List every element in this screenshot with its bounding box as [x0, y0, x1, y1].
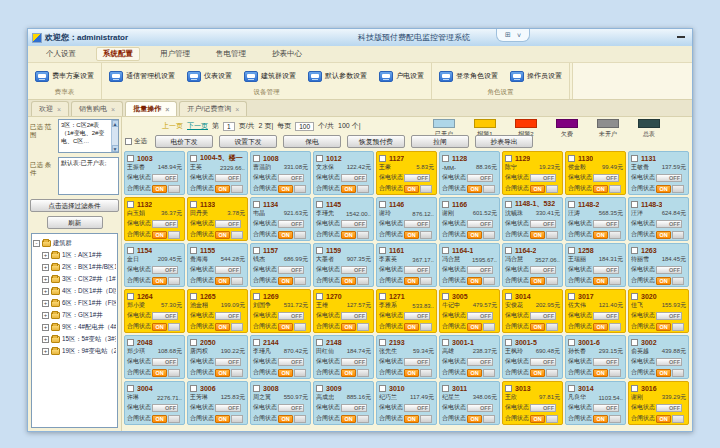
switch-on-toggle[interactable]: ON: [278, 369, 293, 377]
card-checkbox[interactable]: [379, 293, 386, 300]
switch-on-toggle[interactable]: ON: [215, 323, 230, 331]
ribbon-button[interactable]: 默认参数设置: [305, 69, 370, 84]
card-checkbox[interactable]: [379, 247, 386, 254]
switch-on-toggle[interactable]: ON: [593, 277, 608, 285]
card-checkbox[interactable]: [505, 155, 512, 162]
switch-on-toggle[interactable]: ON: [278, 185, 293, 193]
card-checkbox[interactable]: [442, 339, 449, 346]
power-keep-off-toggle[interactable]: OFF: [404, 312, 430, 320]
power-keep-off-toggle[interactable]: OFF: [593, 220, 619, 228]
scroll-down-icon[interactable]: ▼: [112, 145, 119, 152]
menu-tab[interactable]: 抄表中心: [266, 48, 308, 60]
tree-item[interactable]: +3区：C区2#井（1#变…: [33, 273, 116, 285]
switch-on-toggle[interactable]: ON: [593, 185, 608, 193]
card-checkbox[interactable]: [190, 155, 197, 162]
collapse-icon[interactable]: -: [33, 240, 40, 247]
expand-icon[interactable]: +: [42, 252, 49, 259]
switch-on-toggle[interactable]: ON: [215, 185, 230, 193]
card-checkbox[interactable]: [316, 155, 323, 162]
card-checkbox[interactable]: [505, 247, 512, 254]
selected-range-listbox[interactable]: 3区：C区2#表（1#变电、2#变电、C区… ▲ ▼: [58, 119, 119, 153]
card-checkbox[interactable]: [568, 385, 575, 392]
switch-on-toggle[interactable]: ON: [656, 415, 671, 423]
power-keep-off-toggle[interactable]: OFF: [278, 404, 304, 412]
expand-icon[interactable]: +: [42, 288, 49, 295]
ribbon-button[interactable]: 费率方案设置: [32, 69, 97, 84]
card-checkbox[interactable]: [127, 339, 134, 346]
card-checkbox[interactable]: [127, 201, 134, 208]
expand-icon[interactable]: +: [42, 264, 49, 271]
card-checkbox[interactable]: [631, 155, 638, 162]
card-checkbox[interactable]: [505, 201, 512, 208]
choose-filter-button[interactable]: 点击选择过滤条件: [30, 199, 119, 212]
action-button[interactable]: 抄表导出: [475, 135, 533, 148]
power-keep-off-toggle[interactable]: OFF: [656, 266, 682, 274]
power-keep-off-toggle[interactable]: OFF: [152, 404, 178, 412]
power-keep-off-toggle[interactable]: OFF: [152, 312, 178, 320]
ribbon-button[interactable]: 仪表设置: [184, 69, 235, 84]
expand-icon[interactable]: +: [42, 300, 49, 307]
power-keep-off-toggle[interactable]: OFF: [341, 312, 367, 320]
switch-on-toggle[interactable]: ON: [467, 277, 482, 285]
power-keep-off-toggle[interactable]: OFF: [656, 220, 682, 228]
power-keep-off-toggle[interactable]: OFF: [152, 174, 178, 182]
tree-item[interactable]: +1区：A区1#井: [33, 249, 116, 261]
switch-on-toggle[interactable]: ON: [656, 277, 671, 285]
power-keep-off-toggle[interactable]: OFF: [593, 174, 619, 182]
power-keep-off-toggle[interactable]: OFF: [341, 266, 367, 274]
tree-item[interactable]: +6区：F区1#井（F区1#…: [33, 297, 116, 309]
card-checkbox[interactable]: [190, 247, 197, 254]
card-checkbox[interactable]: [190, 385, 197, 392]
page-input[interactable]: 100: [295, 122, 314, 131]
switch-on-toggle[interactable]: ON: [278, 415, 293, 423]
power-keep-off-toggle[interactable]: OFF: [215, 220, 241, 228]
card-checkbox[interactable]: [568, 155, 575, 162]
switch-on-toggle[interactable]: ON: [215, 231, 230, 239]
tree-item[interactable]: +2区：B区1#井/B区1#井: [33, 261, 116, 273]
power-keep-off-toggle[interactable]: OFF: [404, 174, 430, 182]
tree-item[interactable]: +15区：5#变站（3#变…: [33, 333, 116, 345]
switch-on-toggle[interactable]: ON: [278, 231, 293, 239]
switch-on-toggle[interactable]: ON: [593, 369, 608, 377]
power-keep-off-toggle[interactable]: OFF: [404, 266, 430, 274]
switch-on-toggle[interactable]: ON: [467, 369, 482, 377]
card-checkbox[interactable]: [568, 293, 575, 300]
switch-on-toggle[interactable]: ON: [467, 323, 482, 331]
card-checkbox[interactable]: [568, 247, 575, 254]
power-keep-off-toggle[interactable]: OFF: [341, 358, 367, 366]
card-checkbox[interactable]: [631, 201, 638, 208]
power-keep-off-toggle[interactable]: OFF: [215, 312, 241, 320]
card-checkbox[interactable]: [316, 339, 323, 346]
power-keep-off-toggle[interactable]: OFF: [215, 266, 241, 274]
power-keep-off-toggle[interactable]: OFF: [404, 358, 430, 366]
tree-root[interactable]: -建筑群: [33, 237, 116, 249]
switch-on-toggle[interactable]: ON: [530, 185, 545, 193]
expand-icon[interactable]: +: [42, 348, 49, 355]
card-checkbox[interactable]: [253, 339, 260, 346]
card-checkbox[interactable]: [379, 339, 386, 346]
power-keep-off-toggle[interactable]: OFF: [341, 220, 367, 228]
power-keep-off-toggle[interactable]: OFF: [593, 312, 619, 320]
doc-tab[interactable]: 批量操作×: [125, 101, 177, 116]
ribbon-button[interactable]: 登录角色设置: [436, 69, 501, 84]
power-keep-off-toggle[interactable]: OFF: [467, 174, 493, 182]
power-keep-off-toggle[interactable]: OFF: [215, 174, 241, 182]
switch-on-toggle[interactable]: ON: [530, 415, 545, 423]
power-keep-off-toggle[interactable]: OFF: [467, 220, 493, 228]
power-keep-off-toggle[interactable]: OFF: [467, 404, 493, 412]
switch-on-toggle[interactable]: ON: [215, 415, 230, 423]
switch-on-toggle[interactable]: ON: [404, 231, 419, 239]
switch-on-toggle[interactable]: ON: [656, 231, 671, 239]
switch-on-toggle[interactable]: ON: [215, 277, 230, 285]
card-checkbox[interactable]: [379, 155, 386, 162]
power-keep-off-toggle[interactable]: OFF: [404, 220, 430, 228]
ribbon-button[interactable]: 通信管理机设置: [106, 69, 178, 84]
switch-on-toggle[interactable]: ON: [404, 185, 419, 193]
switch-on-toggle[interactable]: ON: [152, 369, 167, 377]
card-checkbox[interactable]: [631, 385, 638, 392]
doc-tab[interactable]: 销售购电×: [71, 101, 123, 116]
power-keep-off-toggle[interactable]: OFF: [278, 174, 304, 182]
action-button[interactable]: 恢复预付费: [347, 135, 405, 148]
card-checkbox[interactable]: [568, 339, 575, 346]
power-keep-off-toggle[interactable]: OFF: [593, 266, 619, 274]
